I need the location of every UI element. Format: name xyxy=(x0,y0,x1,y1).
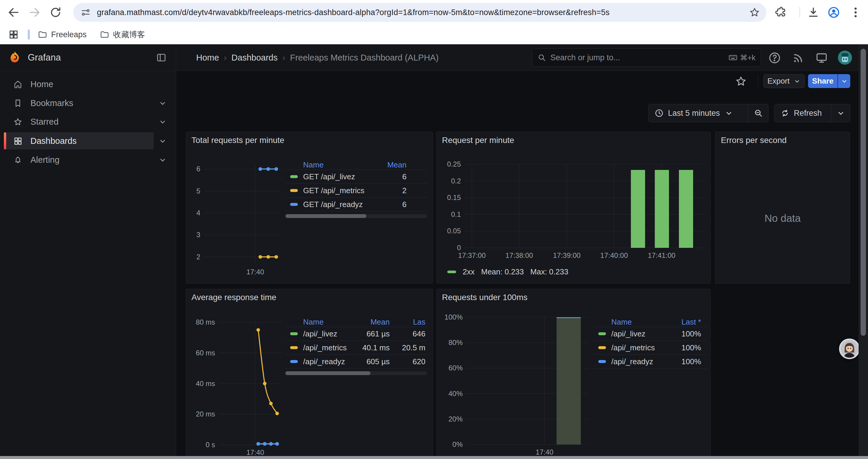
chevron-down-icon[interactable] xyxy=(158,99,167,108)
series-color-pill[interactable] xyxy=(598,346,606,349)
series-value: 661 µs xyxy=(354,329,390,338)
sidebar-toggle-icon[interactable] xyxy=(156,52,167,63)
table-row: GET /api/_readyz6 xyxy=(285,198,427,211)
x-tick-label: 17:38:00 xyxy=(505,251,533,259)
y-tick-label: 100% xyxy=(445,313,463,321)
bar xyxy=(631,170,645,248)
chevron-down-icon[interactable] xyxy=(158,136,167,145)
breadcrumb-dashboards[interactable]: Dashboards xyxy=(231,53,277,63)
refresh-interval-button[interactable] xyxy=(831,104,850,122)
vertical-scrollbar[interactable] xyxy=(859,44,868,459)
column-header[interactable]: Name xyxy=(593,318,665,327)
series-color-pill[interactable] xyxy=(290,189,298,192)
panel-title[interactable]: Requests under 100ms xyxy=(442,293,528,302)
sidebar-item-home[interactable]: Home xyxy=(4,76,154,93)
clock-icon xyxy=(654,108,664,118)
url-text: grafana.mathmast.com/d/deytv4rwavabkb/fr… xyxy=(97,8,610,17)
forward-icon[interactable] xyxy=(28,6,41,19)
panel-title[interactable]: Errors per second xyxy=(721,136,787,145)
share-button[interactable]: Share xyxy=(808,74,838,88)
column-header[interactable]: Las xyxy=(390,318,426,327)
export-button[interactable]: Export xyxy=(764,74,805,88)
column-header[interactable]: Last * xyxy=(665,318,701,327)
series-value: 620 xyxy=(390,357,426,366)
refresh-button[interactable]: Refresh xyxy=(774,104,831,122)
series-table: NameMeanLas/api/_livez661 µs646/api/_met… xyxy=(285,318,427,375)
panel-average-response-time: Average response time 80 ms60 ms40 ms20 … xyxy=(186,289,433,459)
table-scrollbar[interactable] xyxy=(285,214,427,218)
series-value: 100% xyxy=(665,357,701,366)
breadcrumb-home[interactable]: Home xyxy=(196,53,219,63)
panel-title[interactable]: Total requests per minute xyxy=(191,136,284,145)
horizontal-scrollbar[interactable] xyxy=(0,456,868,459)
table-scrollbar[interactable] xyxy=(285,371,427,375)
folder-icon xyxy=(100,30,109,39)
profile-icon[interactable] xyxy=(827,6,840,19)
search-input[interactable]: Search or jump to... ⌘+k xyxy=(532,48,761,67)
grafana-logo[interactable] xyxy=(8,51,22,65)
column-header[interactable]: Mean xyxy=(378,160,406,169)
downloads-icon[interactable] xyxy=(807,6,820,19)
panel-title[interactable]: Request per minute xyxy=(442,136,514,145)
request-per-minute-chart[interactable]: 0.250.20.150.10.05017:37:0017:38:0017:39… xyxy=(440,159,709,280)
panel-errors-per-second: Errors per second No data xyxy=(715,132,850,284)
apps-grid-icon[interactable] xyxy=(8,29,19,40)
time-range-picker[interactable]: Last 5 minutes xyxy=(649,104,748,122)
news-rss-icon[interactable] xyxy=(792,52,805,64)
bar xyxy=(679,170,693,248)
favorite-star-icon[interactable] xyxy=(735,75,747,87)
kiosk-monitor-icon[interactable] xyxy=(815,52,828,64)
back-icon[interactable] xyxy=(7,6,20,19)
bookmark-star-icon[interactable] xyxy=(749,7,760,18)
legend-color-pill xyxy=(447,270,456,273)
panel-title[interactable]: Average response time xyxy=(191,293,276,302)
series-color-pill[interactable] xyxy=(290,203,298,206)
bookmark-folder-freeleaps[interactable]: Freeleaps xyxy=(38,28,87,41)
table-scrollbar-thumb[interactable] xyxy=(285,214,366,218)
browser-menu-icon[interactable] xyxy=(849,6,862,19)
site-settings-icon[interactable] xyxy=(80,7,91,18)
series-color-pill[interactable] xyxy=(290,360,298,363)
sidebar-item-label: Dashboards xyxy=(30,136,76,146)
extensions-icon[interactable] xyxy=(775,6,788,19)
series-color-pill[interactable] xyxy=(290,346,298,349)
chevron-down-icon[interactable] xyxy=(158,117,167,126)
series-value: 20.5 m xyxy=(390,343,426,352)
column-header[interactable]: Name xyxy=(285,318,354,327)
zoom-out-button[interactable] xyxy=(748,104,768,122)
table-row: /api/_readyz100% xyxy=(593,355,707,369)
floating-assistant-avatar[interactable] xyxy=(839,338,860,359)
sidebar-item-label: Bookmarks xyxy=(30,98,73,108)
y-tick-label: 0.15 xyxy=(447,193,461,201)
bookmark-folder-blogs[interactable]: 收藏博客 xyxy=(100,28,145,41)
sidebar-item-bookmarks[interactable]: Bookmarks xyxy=(4,95,154,112)
column-header[interactable]: Name xyxy=(285,160,378,169)
user-avatar[interactable] xyxy=(838,51,852,65)
panel-requests-under-100ms: Requests under 100ms 100%80%60%40%20%0%1… xyxy=(436,289,711,459)
sidebar-item-alerting[interactable]: Alerting xyxy=(4,151,154,168)
sidebar-item-dashboards[interactable]: Dashboards xyxy=(4,132,154,150)
divider xyxy=(758,75,758,87)
requests-under-100ms-chart[interactable]: 100%80%60%40%20%0%17:40 xyxy=(440,312,617,459)
breadcrumb-separator: › xyxy=(224,53,226,63)
table-scrollbar-thumb[interactable] xyxy=(285,371,370,375)
share-menu-button[interactable] xyxy=(838,74,850,88)
x-tick-label: 17:37:00 xyxy=(458,251,486,259)
reload-icon[interactable] xyxy=(49,6,62,19)
help-icon[interactable] xyxy=(768,52,781,64)
address-bar[interactable]: grafana.mathmast.com/d/deytv4rwavabkb/fr… xyxy=(73,3,766,22)
series-color-pill[interactable] xyxy=(598,332,606,335)
sidebar-item-starred[interactable]: Starred xyxy=(4,113,154,130)
chevron-down-icon[interactable] xyxy=(158,155,167,165)
series-color-pill[interactable] xyxy=(598,360,606,363)
chart-legend: 2xx Mean: 0.233 Max: 0.233 xyxy=(447,267,568,276)
legend-series-name[interactable]: 2xx xyxy=(463,267,474,276)
series-color-pill[interactable] xyxy=(290,332,298,335)
series-color-pill[interactable] xyxy=(290,175,298,178)
column-header[interactable]: Mean xyxy=(354,318,390,327)
table-row: /api/_readyz605 µs620 xyxy=(285,355,427,369)
brand-name[interactable]: Grafana xyxy=(28,44,61,71)
series-table: NameLast */api/_livez100%/api/_metrics10… xyxy=(593,318,707,369)
panel-request-per-minute: Request per minute 0.250.20.150.10.05017… xyxy=(436,132,711,284)
vertical-scrollbar-thumb[interactable] xyxy=(861,49,866,336)
